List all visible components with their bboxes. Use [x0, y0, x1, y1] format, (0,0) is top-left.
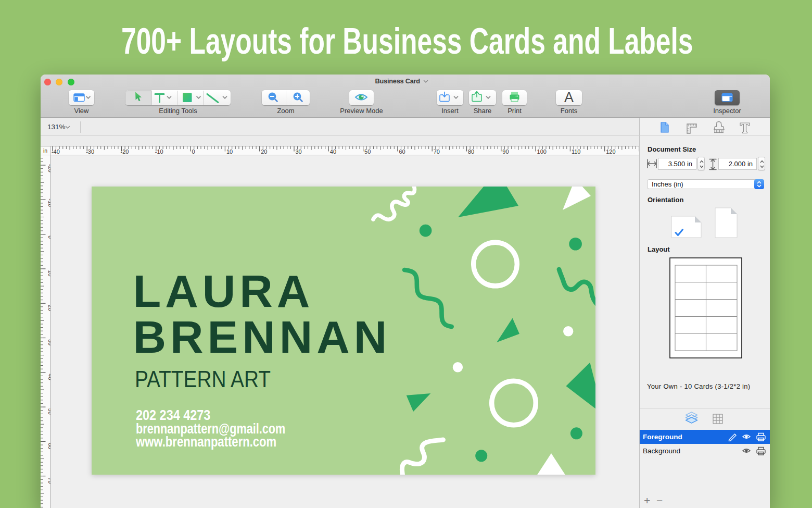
- svg-text:-10: -10: [47, 199, 50, 207]
- svg-text:20: 20: [47, 304, 50, 311]
- svg-text:40: 40: [47, 374, 50, 380]
- svg-text:0: 0: [47, 236, 50, 239]
- svg-text:70: 70: [434, 148, 440, 154]
- svg-text:20: 20: [261, 148, 267, 154]
- svg-text:80: 80: [468, 148, 474, 154]
- svg-text:70: 70: [47, 477, 50, 484]
- svg-text:120: 120: [606, 148, 615, 154]
- svg-text:-40: -40: [52, 148, 60, 154]
- svg-text:0: 0: [192, 148, 195, 154]
- svg-text:60: 60: [47, 442, 50, 449]
- svg-text:-20: -20: [47, 164, 50, 172]
- svg-text:60: 60: [399, 148, 405, 154]
- svg-text:30: 30: [296, 148, 302, 154]
- svg-text:90: 90: [502, 148, 509, 154]
- svg-text:110: 110: [572, 148, 581, 154]
- svg-text:-20: -20: [121, 148, 129, 154]
- svg-text:10: 10: [226, 148, 233, 154]
- svg-text:40: 40: [330, 148, 336, 154]
- svg-text:-10: -10: [155, 148, 163, 154]
- svg-text:100: 100: [537, 148, 547, 154]
- svg-text:30: 30: [47, 339, 50, 345]
- svg-text:50: 50: [47, 408, 50, 414]
- svg-text:-30: -30: [86, 148, 94, 154]
- svg-text:50: 50: [364, 148, 371, 154]
- svg-text:10: 10: [47, 270, 50, 276]
